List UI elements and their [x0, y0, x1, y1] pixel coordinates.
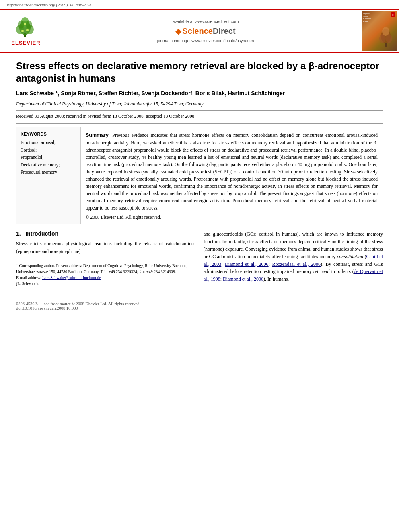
- right-column: and glucocorticoids (GCs; cortisol in hu…: [204, 230, 383, 287]
- keywords-title: KEYWORDS: [21, 131, 76, 136]
- sd-diamond-icon: ◆: [175, 26, 181, 36]
- email-label: E-mail address:: [16, 275, 41, 280]
- keywords-col: KEYWORDS Emotional arousal; Cortisol; Pr…: [16, 127, 81, 224]
- doi-line: doi:10.1016/j.psyneuen.2008.10.009: [16, 306, 383, 310]
- keyword-1: Emotional arousal;: [21, 139, 76, 146]
- keyword-3: Propranolol;: [21, 154, 76, 161]
- svg-point-7: [21, 30, 24, 32]
- svg-point-9: [24, 23, 26, 25]
- keywords-summary-box: KEYWORDS Emotional arousal; Cortisol; Pr…: [16, 127, 383, 224]
- intro-paragraph: Stress elicits numerous physiological re…: [16, 240, 195, 255]
- left-column: 1. Introduction Stress elicits numerous …: [16, 230, 195, 287]
- bottom-bar: 0306-4530/$ — see front matter © 2008 El…: [0, 299, 399, 313]
- email-link[interactable]: Lars.Schwabe@ruhr-uni-bochum.de: [42, 275, 101, 280]
- keyword-2: Cortisol;: [21, 146, 76, 154]
- cover-tree-icon: [378, 27, 394, 47]
- ref-diamond-2006a[interactable]: Diamond et al., 2006: [225, 261, 269, 267]
- footnote-email-note: (L. Schwabe).: [16, 281, 195, 287]
- section-number: 1.: [16, 230, 21, 237]
- ref-diamond-2006b[interactable]: Diamond et al., 2006: [223, 276, 263, 282]
- center-header: available at www.sciencedirect.com ◆ Sci…: [52, 10, 359, 52]
- cover-corner-icon: ≡: [391, 12, 395, 17]
- svg-point-8: [26, 29, 29, 31]
- svg-point-6: [26, 21, 32, 29]
- affiliation: Department of Clinical Physiology, Unive…: [16, 101, 383, 107]
- keyword-5: Procedural memory: [21, 168, 76, 176]
- elsevier-logo-box: ELSEVIER: [0, 10, 52, 52]
- divider-after-dates: [16, 123, 383, 124]
- journal-header: ELSEVIER available at www.sciencedirect.…: [0, 9, 399, 53]
- journal-cover-image: Psychoneuroendocrinology ≡: [362, 11, 397, 51]
- journal-citation: Psychoneuroendocrinology (2009) 34, 446–…: [0, 0, 399, 9]
- summary-col: Summary Previous evidence indicates that…: [81, 127, 383, 224]
- section-title: Introduction: [25, 230, 58, 237]
- cover-journal-title: Psychoneuroendocrinology: [363, 12, 371, 22]
- elsevier-tree-icon: [12, 16, 40, 39]
- citation-text: Psychoneuroendocrinology (2009) 34, 446–…: [6, 2, 91, 7]
- article-title: Stress effects on declarative memory ret…: [16, 60, 383, 84]
- journal-homepage: journal homepage: www.elsevier.com/locat…: [157, 39, 254, 43]
- right-col-text: and glucocorticoids (GCs; cortisol in hu…: [204, 230, 383, 283]
- main-content: Stress effects on declarative memory ret…: [0, 60, 399, 295]
- summary-text: Previous evidence indicates that stress …: [86, 132, 378, 211]
- received-dates: Received 30 August 2008; received in rev…: [16, 114, 383, 119]
- section-heading-intro: 1. Introduction: [16, 230, 195, 237]
- elsevier-label: ELSEVIER: [11, 40, 40, 46]
- svg-point-14: [382, 27, 389, 36]
- sciencedirect-logo: ◆ ScienceDirect: [175, 26, 235, 36]
- footnote-email-line: E-mail address: Lars.Schwabe@ruhr-uni-bo…: [16, 275, 195, 281]
- footnote-section: * Corresponding author. Present address:…: [16, 260, 195, 287]
- copyright-line: © 2008 Elsevier Ltd. All rights reserved…: [86, 215, 378, 220]
- authors: Lars Schwabe *, Sonja Römer, Steffen Ric…: [16, 89, 383, 98]
- journal-cover-box: Psychoneuroendocrinology ≡: [359, 10, 399, 52]
- available-text: available at www.sciencedirect.com: [172, 19, 239, 24]
- issn-line: 0306-4530/$ — see front matter © 2008 El…: [16, 302, 383, 306]
- summary-paragraph: Summary Previous evidence indicates that…: [86, 131, 378, 212]
- svg-point-5: [18, 21, 24, 29]
- footnote-corresponding: * Corresponding author. Present address:…: [16, 263, 195, 275]
- two-col-body: 1. Introduction Stress elicits numerous …: [16, 230, 383, 287]
- summary-heading: Summary: [86, 132, 109, 138]
- ref-roozendaal[interactable]: Roozendaal et al., 2006: [272, 261, 321, 267]
- author-names: Lars Schwabe *, Sonja Römer, Steffen Ric…: [16, 90, 285, 97]
- keyword-4: Declarative memory;: [21, 161, 76, 168]
- sciencedirect-label: ScienceDirect: [182, 27, 235, 36]
- divider-after-affiliation: [16, 110, 383, 111]
